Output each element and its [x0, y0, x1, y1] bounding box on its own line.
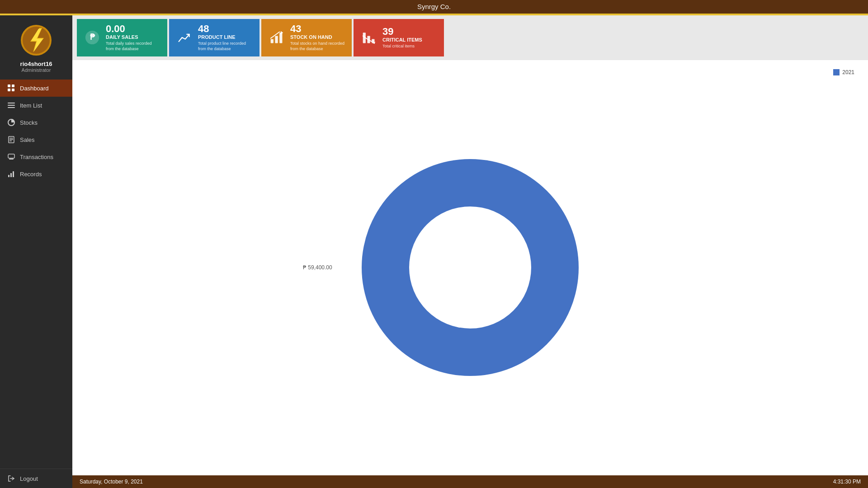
svg-rect-8 — [8, 103, 15, 103]
status-bar: Saturday, October 9, 2021 4:31:30 PM — [72, 475, 868, 488]
sidebar-item-item-list[interactable]: Item List — [0, 97, 72, 114]
stat-text-critical-items: 39 CRITICAL ITEMS Total critical items — [382, 26, 438, 49]
svg-rect-18 — [8, 175, 9, 177]
sidebar-item-sales[interactable]: Sales — [0, 131, 72, 148]
svg-rect-17 — [9, 159, 14, 160]
legend-color-box — [833, 69, 840, 75]
stat-desc-daily-sales: Total daily sales recorded from the data… — [106, 41, 161, 52]
bars-up-icon — [268, 28, 286, 47]
chart-legend: 2021 — [833, 69, 854, 75]
donut-chart: ₱ 59,400.00 — [339, 136, 601, 399]
svg-rect-26 — [279, 33, 282, 43]
trend-icon — [175, 28, 193, 47]
top-bar: Synrgy Co. — [0, 0, 868, 14]
stat-card-daily-sales: ₱ 0.00 DAILY SALES Total daily sales rec… — [77, 19, 167, 56]
logo-icon — [20, 24, 52, 56]
sidebar-item-records[interactable]: Records — [0, 165, 72, 183]
stat-number-product-line: 48 — [198, 23, 253, 34]
sidebar-item-dashboard[interactable]: Dashboard — [0, 80, 72, 97]
svg-rect-7 — [12, 89, 14, 91]
stat-card-stock-on-hand: 43 STOCK ON HAND Total stocks on hand re… — [261, 19, 352, 56]
stat-card-critical-items: 39 CRITICAL ITEMS Total critical items — [354, 19, 444, 56]
stat-number-daily-sales: 0.00 — [106, 23, 161, 34]
stat-desc-product-line: Total product line recorded from the dat… — [198, 41, 253, 52]
stat-text-daily-sales: 0.00 DAILY SALES Total daily sales recor… — [106, 23, 161, 52]
status-date: Saturday, October 9, 2021 — [80, 479, 143, 485]
grid-icon — [7, 84, 15, 92]
sidebar-logout-label: Logout — [20, 475, 38, 482]
stat-number-stock-on-hand: 43 — [290, 23, 345, 34]
pie-icon — [7, 118, 15, 127]
svg-rect-4 — [8, 84, 10, 87]
sidebar: rio4short16 Administrator Dashboard — [0, 15, 72, 488]
sidebar-label-stocks: Stocks — [20, 119, 38, 126]
donut-label: ₱ 59,400.00 — [303, 264, 332, 271]
legend-year: 2021 — [842, 69, 854, 75]
sidebar-label-transactions: Transactions — [20, 154, 53, 160]
svg-rect-25 — [275, 36, 278, 43]
sidebar-label-sales: Sales — [20, 136, 35, 143]
transactions-icon — [7, 153, 15, 161]
stats-bar: ₱ 0.00 DAILY SALES Total daily sales rec… — [72, 15, 868, 60]
sidebar-role: Administrator — [0, 67, 72, 73]
chart-area: 2021 ₱ 59,400.00 — [72, 60, 868, 475]
sidebar-item-stocks[interactable]: Stocks — [0, 114, 72, 131]
svg-rect-13 — [9, 138, 13, 139]
sidebar-label-records: Records — [20, 171, 42, 178]
logout-icon — [7, 474, 15, 483]
sidebar-username: rio4short16 — [0, 61, 72, 67]
svg-text:₱: ₱ — [90, 33, 95, 42]
svg-rect-20 — [13, 171, 14, 177]
sidebar-item-transactions[interactable]: Transactions — [0, 148, 72, 165]
svg-rect-24 — [271, 39, 274, 43]
sales-icon — [7, 136, 15, 144]
sidebar-user: rio4short16 Administrator — [0, 61, 72, 80]
sidebar-logo — [0, 15, 72, 61]
stat-label-product-line: PRODUCT LINE — [198, 34, 253, 40]
stat-label-critical-items: CRITICAL ITEMS — [382, 37, 438, 43]
stat-label-stock-on-hand: STOCK ON HAND — [290, 34, 345, 40]
stat-text-stock-on-hand: 43 STOCK ON HAND Total stocks on hand re… — [290, 23, 345, 52]
records-icon — [7, 170, 15, 178]
stat-label-daily-sales: DAILY SALES — [106, 34, 161, 40]
svg-point-33 — [409, 206, 531, 328]
sidebar-label-item-list: Item List — [20, 102, 42, 109]
svg-rect-9 — [8, 105, 15, 106]
svg-rect-5 — [12, 84, 14, 87]
main-layout: rio4short16 Administrator Dashboard — [0, 15, 868, 488]
stat-number-critical-items: 39 — [382, 26, 438, 37]
svg-rect-16 — [8, 154, 14, 158]
content-area: ₱ 0.00 DAILY SALES Total daily sales rec… — [72, 15, 868, 488]
peso-icon: ₱ — [83, 28, 101, 47]
sidebar-label-dashboard: Dashboard — [20, 85, 49, 92]
svg-rect-6 — [8, 89, 10, 91]
status-time: 4:31:30 PM — [833, 479, 861, 485]
sidebar-nav: Dashboard Item List — [0, 80, 72, 469]
stat-text-product-line: 48 PRODUCT LINE Total product line recor… — [198, 23, 253, 52]
stat-desc-critical-items: Total critical items — [382, 44, 438, 49]
svg-rect-15 — [9, 141, 12, 141]
svg-rect-14 — [9, 139, 13, 140]
donut-svg — [339, 136, 601, 399]
stat-desc-stock-on-hand: Total stocks on hand recorded from the d… — [290, 41, 345, 52]
svg-rect-10 — [8, 107, 15, 108]
stat-card-product-line: 48 PRODUCT LINE Total product line recor… — [169, 19, 259, 56]
bars-down-icon — [360, 28, 378, 47]
app-title: Synrgy Co. — [417, 3, 451, 10]
list-icon — [7, 101, 15, 109]
sidebar-logout[interactable]: Logout — [0, 469, 72, 488]
svg-rect-19 — [10, 173, 12, 177]
